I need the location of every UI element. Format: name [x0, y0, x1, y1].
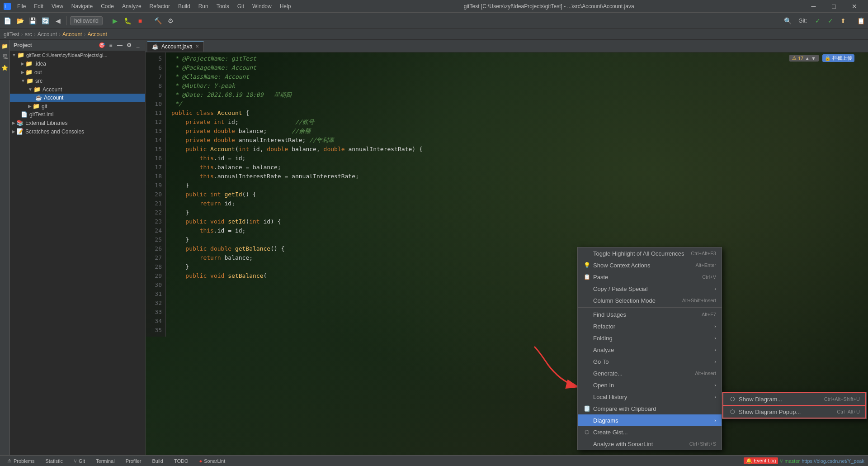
tree-item-idea[interactable]: ▶ 📁 .idea: [10, 59, 145, 68]
status-todo[interactable]: TODO: [170, 456, 192, 466]
cm-sonar-shortcut: Ctrl+Shift+S: [689, 441, 716, 447]
status-branch[interactable]: ⑂ master: [780, 458, 800, 464]
open-button[interactable]: 📂: [14, 15, 25, 26]
breadcrumb-account-inner[interactable]: Account: [87, 31, 107, 38]
sidebar-settings-icon[interactable]: ⚙: [125, 42, 132, 49]
cm-create-gist[interactable]: ⬡ Create Gist...: [578, 426, 722, 438]
menu-file[interactable]: File: [14, 2, 29, 10]
left-icon-strip: 📁 🏗 ⭐: [0, 40, 10, 455]
menu-analyze[interactable]: Analyze: [118, 2, 145, 10]
line-num-25: 25: [146, 235, 165, 244]
search-everywhere-button[interactable]: 🔍: [782, 15, 793, 26]
line-num-14: 14: [146, 136, 165, 145]
menu-refactor[interactable]: Refactor: [146, 2, 174, 10]
tree-item-out[interactable]: ▶ 📁 out: [10, 68, 145, 76]
git-sync-button[interactable]: ✓: [825, 15, 836, 26]
minimize-button[interactable]: ─: [803, 0, 824, 13]
cm-toggle-highlight[interactable]: Toggle Highlight of All Occurrences Ctrl…: [578, 247, 722, 259]
cm-refactor[interactable]: Refactor ›: [578, 320, 722, 332]
close-button[interactable]: ✕: [844, 0, 864, 13]
editor-content[interactable]: 5 6 7 8 9 10 11 12 13 14 15 16 17 18 19 …: [146, 52, 868, 455]
breadcrumb-project[interactable]: gitTest: [4, 31, 19, 38]
code-line-33: }: [171, 262, 863, 271]
status-profiler[interactable]: Profiler: [122, 456, 145, 466]
menu-git[interactable]: Git: [234, 2, 248, 10]
status-sonar[interactable]: ● SonarLint: [196, 456, 229, 466]
git-push-button[interactable]: ⬆: [838, 15, 849, 26]
cm-diagrams-label: Diagrams: [593, 417, 618, 424]
title-bar: I File Edit View Navigate Code Analyze R…: [0, 0, 868, 13]
settings-button[interactable]: ⚙: [165, 15, 176, 26]
tree-item-external[interactable]: ▶ 📚 External Libraries: [10, 119, 145, 127]
cm-diagrams[interactable]: Diagrams ›: [578, 414, 722, 426]
tab-close-icon[interactable]: ✕: [195, 44, 199, 49]
status-terminal[interactable]: Terminal: [92, 456, 118, 466]
breadcrumb-account-class[interactable]: Account: [62, 31, 82, 38]
status-problems[interactable]: ⚠ Problems: [4, 456, 38, 466]
debug-button[interactable]: 🐛: [122, 15, 133, 26]
tree-item-src[interactable]: ▼ 📁 src: [10, 76, 145, 85]
menu-help[interactable]: Help: [276, 2, 295, 10]
cm-copy-paste-special[interactable]: Copy / Paste Special ›: [578, 283, 722, 295]
save-button[interactable]: 💾: [27, 15, 38, 26]
tail-button[interactable]: 📋: [855, 15, 866, 26]
cm-paste[interactable]: 📋 Paste Ctrl+V: [578, 271, 722, 283]
breadcrumb-src[interactable]: src: [25, 31, 32, 38]
structure-icon[interactable]: 🏗: [0, 52, 9, 62]
sm-show-diagram-popup[interactable]: ⬡ Show Diagram Popup... Ctrl+Alt+U: [722, 406, 866, 418]
tree-item-account-java[interactable]: ☕ Account: [10, 94, 145, 102]
cm-local-history[interactable]: Local History ›: [578, 391, 722, 403]
menu-run[interactable]: Run: [195, 2, 212, 10]
cm-analyze[interactable]: Analyze ›: [578, 344, 722, 356]
new-file-button[interactable]: 📄: [2, 15, 13, 26]
cm-open-in[interactable]: Open In ›: [578, 379, 722, 391]
maximize-button[interactable]: □: [824, 0, 844, 13]
tab-label: Account.java: [161, 43, 193, 50]
menu-tools[interactable]: Tools: [213, 2, 233, 10]
menu-window[interactable]: Window: [249, 2, 275, 10]
tab-account-java[interactable]: ☕ Account.java ✕: [147, 41, 204, 52]
project-selector[interactable]: helloworld: [70, 16, 103, 25]
project-view-icon[interactable]: 📁: [0, 42, 9, 51]
run-button[interactable]: ▶: [109, 15, 120, 26]
sm-show-diagram[interactable]: ⬡ Show Diagram... Ctrl+Alt+Shift+U: [722, 392, 866, 406]
tree-item-root[interactable]: ▼ 📁 gitTest C:\Users\zyf\IdeaProjects\gi…: [10, 51, 145, 59]
sidebar-expand-icon[interactable]: ≡: [107, 42, 114, 49]
tree-item-git[interactable]: ▶ 📁 git: [10, 102, 145, 110]
refresh-button[interactable]: 🔄: [40, 15, 51, 26]
build-button[interactable]: 🔨: [152, 15, 163, 26]
status-git[interactable]: ⑂ Git: [70, 456, 89, 466]
cm-column-selection[interactable]: Column Selection Mode Alt+Shift+Insert: [578, 295, 722, 306]
menu-view[interactable]: View: [48, 2, 67, 10]
cm-analyze-sonar[interactable]: Analyze with SonarLint Ctrl+Shift+S: [578, 438, 722, 450]
cm-goto[interactable]: Go To ›: [578, 356, 722, 367]
upload-block-badge[interactable]: 🔒 拦截上传: [822, 54, 854, 62]
cm-folding[interactable]: Folding ›: [578, 332, 722, 344]
sidebar-collapse-icon[interactable]: —: [116, 42, 123, 49]
sidebar-minimize-icon[interactable]: _: [134, 42, 142, 49]
menu-edit[interactable]: Edit: [30, 2, 47, 10]
menu-build[interactable]: Build: [175, 2, 194, 10]
profiler-label: Profiler: [126, 458, 142, 464]
menu-navigate[interactable]: Navigate: [68, 2, 96, 10]
status-build[interactable]: Build: [148, 456, 166, 466]
breadcrumb-account-folder[interactable]: Account: [38, 31, 57, 38]
status-statistic[interactable]: Statistic: [42, 456, 66, 466]
tree-item-scratches[interactable]: ▶ 📝 Scratches and Consoles: [10, 127, 145, 136]
back-button[interactable]: ◀: [52, 15, 63, 26]
sidebar-locate-icon[interactable]: 🎯: [98, 42, 105, 49]
tree-item-iml[interactable]: 📄 gitTest.iml: [10, 110, 145, 119]
cm-column-selection-label: Column Selection Mode: [593, 297, 656, 304]
git-check-button[interactable]: ✓: [812, 15, 823, 26]
menu-code[interactable]: Code: [97, 2, 118, 10]
cm-show-context-actions[interactable]: 💡 Show Context Actions Alt+Enter: [578, 259, 722, 271]
favorites-icon[interactable]: ⭐: [0, 63, 9, 72]
breadcrumb-bar: gitTest › src › Account › Account › Acco…: [0, 29, 868, 40]
code-body[interactable]: * @ProjectName: gitTest * @PackageName: …: [166, 52, 868, 337]
cm-compare-clipboard[interactable]: 🗒️ Compare with Clipboard: [578, 403, 722, 414]
line-num-32: 32: [146, 299, 165, 308]
tree-item-account-folder[interactable]: ▼ 📁 Account: [10, 85, 145, 94]
stop-button[interactable]: ■: [135, 15, 146, 26]
cm-find-usages[interactable]: Find Usages Alt+F7: [578, 309, 722, 320]
cm-generate[interactable]: Generate... Alt+Insert: [578, 367, 722, 379]
